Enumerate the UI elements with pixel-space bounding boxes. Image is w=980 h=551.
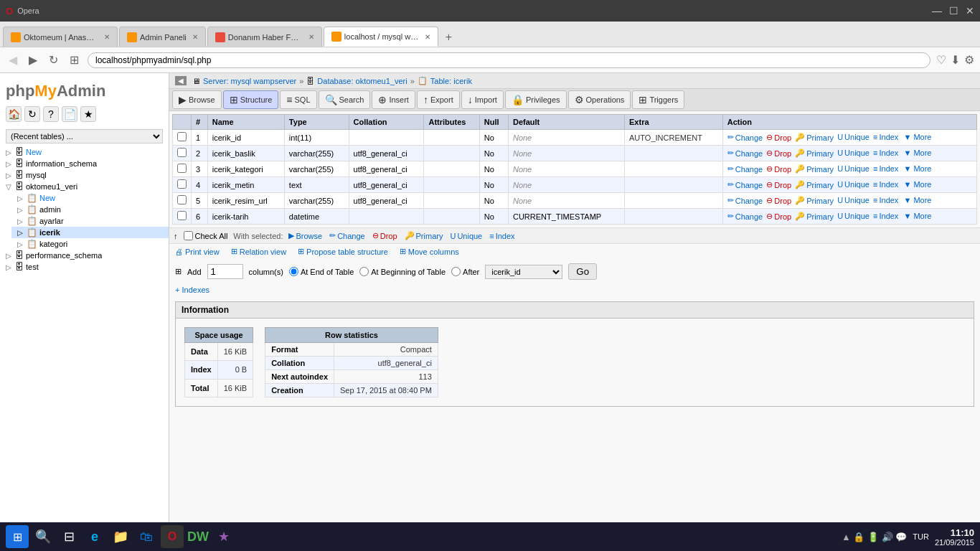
breadcrumb-server-link[interactable]: Server: mysql wampserver — [203, 77, 296, 85]
sidebar-item-mysql[interactable]: ▷ 🗄 mysql — [0, 169, 169, 181]
breadcrumb-db-link[interactable]: Database: oktomeu1_veri — [317, 77, 407, 85]
sidebar-item-new-oktomeu1[interactable]: ▷ 📋 New — [11, 192, 169, 204]
unique-link-4[interactable]: U Unique — [837, 180, 870, 189]
back-button[interactable]: ◀ — [6, 52, 20, 68]
at-beginning-radio[interactable] — [359, 267, 369, 276]
index-link-2[interactable]: ≡ Index — [873, 149, 898, 157]
change-link-2[interactable]: ✏ Change — [727, 149, 763, 158]
go-button[interactable]: Go — [568, 263, 597, 280]
check-all-checkbox[interactable] — [184, 231, 193, 240]
operations-button[interactable]: ⚙ Operations — [568, 90, 631, 109]
settings-icon[interactable]: ⚙ — [964, 53, 974, 67]
drop-link-1[interactable]: ⊖ Drop — [766, 133, 791, 142]
new-tab-button[interactable]: + — [440, 28, 458, 47]
at-beginning-label[interactable]: At Beginning of Table — [359, 267, 446, 276]
title-bar-controls[interactable]: — ☐ ✕ — [932, 5, 974, 17]
reload-button[interactable]: ↻ — [46, 52, 61, 68]
more-link-1[interactable]: ▼ More — [903, 133, 931, 141]
privileges-button[interactable]: 🔒 Privileges — [505, 90, 567, 109]
index-link-3[interactable]: ≡ Index — [873, 164, 898, 173]
triggers-button[interactable]: ⊞ Triggers — [632, 90, 684, 109]
tab-localhost[interactable]: localhost / mysql wampse... ✕ — [324, 27, 438, 47]
at-end-label[interactable]: At End of Table — [289, 267, 354, 276]
sidebar-item-information-schema[interactable]: ▷ 🗄 information_schema — [0, 158, 169, 169]
primary-link-1[interactable]: 🔑 Primary — [795, 133, 834, 142]
change-link-4[interactable]: ✏ Change — [727, 180, 763, 189]
refresh-icon[interactable]: ↻ — [24, 106, 40, 122]
more-link-4[interactable]: ▼ More — [903, 180, 931, 189]
drop-link-2[interactable]: ⊖ Drop — [766, 149, 791, 158]
row-checkbox-3[interactable] — [173, 161, 192, 177]
drop-link-3[interactable]: ⊖ Drop — [766, 164, 791, 174]
sidebar-item-oktomeu1-veri[interactable]: ▽ 🗄 oktomeu1_veri — [0, 181, 169, 192]
insert-button[interactable]: ⊕ Insert — [372, 90, 415, 109]
forward-button[interactable]: ▶ — [26, 52, 40, 68]
drop-link-5[interactable]: ⊖ Drop — [766, 196, 791, 205]
bottom-primary-link[interactable]: 🔑 Primary — [405, 231, 443, 240]
index-link-5[interactable]: ≡ Index — [873, 196, 898, 204]
row-checkbox-5[interactable] — [173, 193, 192, 209]
checkbox-6[interactable] — [177, 211, 187, 220]
move-columns-link[interactable]: ⊞ Move columns — [400, 247, 459, 256]
checkbox-4[interactable] — [177, 179, 187, 189]
sidebar-item-performance-schema[interactable]: ▷ 🗄 performance_schema — [0, 250, 169, 261]
tab-oktomeum[interactable]: Oktomeum | Anasayfa ✕ — [3, 27, 118, 47]
checkbox-1[interactable] — [177, 132, 187, 141]
print-view-link[interactable]: 🖨 Print view — [175, 247, 220, 256]
tab-dhf[interactable]: Donanım Haber Forum ✕ — [207, 27, 322, 47]
index-link-6[interactable]: ≡ Index — [873, 212, 898, 220]
at-end-radio[interactable] — [289, 267, 298, 276]
change-link-6[interactable]: ✏ Change — [727, 212, 763, 221]
structure-button[interactable]: ⊞ Structure — [223, 90, 279, 109]
sidebar-item-kategori[interactable]: ▷ 📋 kategori — [11, 238, 169, 250]
row-checkbox-1[interactable] — [173, 130, 192, 146]
sidebar-item-admin[interactable]: ▷ 📋 admin — [11, 204, 169, 215]
primary-link-6[interactable]: 🔑 Primary — [795, 212, 834, 221]
bottom-browse-link[interactable]: ▶ Browse — [288, 231, 322, 240]
checkbox-3[interactable] — [177, 164, 187, 173]
import-button[interactable]: ↓ Import — [461, 90, 504, 109]
recent-tables-select[interactable]: (Recent tables) ... — [6, 129, 163, 143]
after-label[interactable]: After — [451, 267, 479, 276]
browse-button[interactable]: ▶ Browse — [172, 90, 222, 109]
export-button[interactable]: ↑ Export — [417, 90, 460, 109]
home-icon[interactable]: 🏠 — [6, 106, 22, 122]
checkbox-2[interactable] — [177, 148, 187, 157]
sidebar-item-ayarlar[interactable]: ▷ 📋 ayarlar — [11, 215, 169, 227]
tab-admin[interactable]: Admin Paneli ✕ — [119, 27, 206, 47]
check-all-label[interactable]: Check All — [184, 231, 228, 240]
more-link-6[interactable]: ▼ More — [903, 212, 931, 220]
bookmark-icon[interactable]: ♡ — [936, 53, 946, 67]
bottom-change-link[interactable]: ✏ Change — [329, 231, 365, 240]
info-icon[interactable]: ? — [43, 106, 59, 122]
primary-link-2[interactable]: 🔑 Primary — [795, 149, 834, 158]
address-input[interactable] — [88, 52, 930, 68]
bottom-index-link[interactable]: ≡ Index — [489, 232, 514, 240]
after-column-select[interactable]: icerik_id icerik_baslik icerik_kategori … — [485, 265, 562, 279]
star-icon[interactable]: ★ — [80, 106, 96, 122]
sidebar-item-icerik[interactable]: ▷ 📋 icerik — [11, 227, 169, 238]
tab-close-admin[interactable]: ✕ — [192, 33, 198, 41]
more-link-2[interactable]: ▼ More — [903, 149, 931, 157]
propose-table-link[interactable]: ⊞ Propose table structure — [298, 247, 388, 256]
home-button[interactable]: ⊞ — [67, 52, 82, 68]
tab-close-localhost[interactable]: ✕ — [425, 33, 430, 41]
sidebar-item-test[interactable]: ▷ 🗄 test — [0, 261, 169, 273]
close-btn[interactable]: ✕ — [966, 5, 974, 17]
after-radio[interactable] — [451, 267, 461, 276]
row-checkbox-4[interactable] — [173, 177, 192, 193]
breadcrumb-table-link[interactable]: Table: icerik — [430, 77, 472, 85]
drop-link-6[interactable]: ⊖ Drop — [766, 212, 791, 221]
relation-view-link[interactable]: ⊞ Relation view — [231, 247, 286, 256]
unique-link-6[interactable]: U Unique — [837, 212, 870, 220]
checkbox-5[interactable] — [177, 195, 187, 204]
minimize-btn[interactable]: — — [932, 5, 942, 17]
indexes-link[interactable]: + Indexes — [175, 286, 209, 294]
bottom-drop-link[interactable]: ⊖ Drop — [372, 231, 397, 240]
unique-link-5[interactable]: U Unique — [837, 196, 870, 204]
tab-close-oktomeum[interactable]: ✕ — [104, 33, 110, 41]
unique-link-1[interactable]: U Unique — [837, 133, 870, 141]
unique-link-2[interactable]: U Unique — [837, 149, 870, 157]
collapse-sidebar-button[interactable]: ◀ — [175, 76, 187, 85]
bottom-unique-link[interactable]: U Unique — [450, 232, 482, 240]
